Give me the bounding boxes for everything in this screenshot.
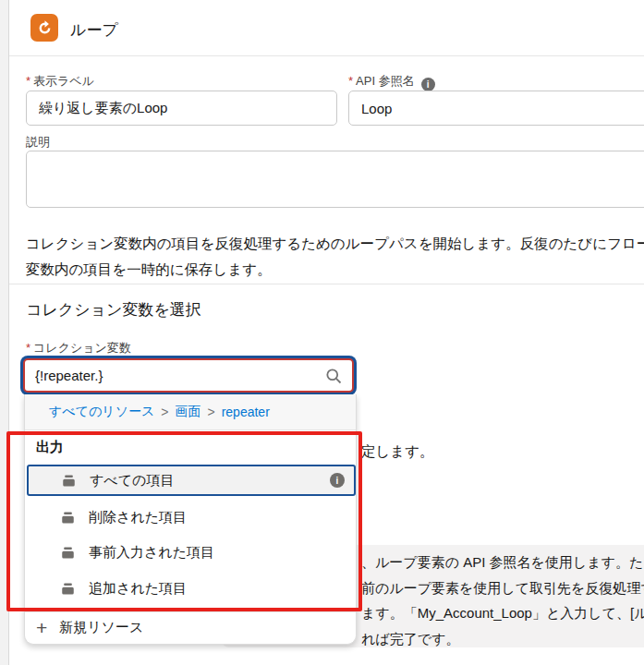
display-label-input[interactable] <box>26 91 337 126</box>
breadcrumb-screen[interactable]: 画面 <box>175 404 200 420</box>
collection-variable-input[interactable] <box>25 368 324 383</box>
section-divider <box>9 284 644 284</box>
description-label: 説明 <box>26 134 50 151</box>
display-label-label: *表示ラベル <box>26 73 94 90</box>
info-icon[interactable]: i <box>330 473 345 488</box>
option-removed-items[interactable]: 削除された項目 <box>25 500 356 535</box>
api-name-input[interactable] <box>348 91 644 126</box>
option-prefilled-items[interactable]: 事前入力された項目 <box>25 535 356 570</box>
required-asterisk: * <box>348 74 353 88</box>
option-added-items[interactable]: 追加された項目 <box>25 571 356 606</box>
description-textarea[interactable] <box>26 151 644 208</box>
resource-picker-dropdown: すべてのリソース > 画面 > repeater 出力 すべての項目 i 削除さ… <box>24 394 357 645</box>
intro-text-line2: 変数内の項目を一時的に保存します。 <box>26 260 272 280</box>
required-asterisk: * <box>26 341 30 355</box>
collection-icon <box>62 474 76 488</box>
header-divider <box>9 55 644 56</box>
help-text-line: れば完了です。 <box>361 631 459 648</box>
breadcrumb-separator: > <box>161 405 168 419</box>
breadcrumb: すべてのリソース > 画面 > repeater <box>25 394 356 430</box>
plus-icon: + <box>36 618 47 637</box>
section-title: コレクション変数を選択 <box>26 299 201 320</box>
help-text-line: 前のループ要素を使用して取引先を反復処理する <box>361 580 644 598</box>
new-resource-label: 新規リソース <box>59 619 143 636</box>
collection-icon <box>61 546 75 560</box>
info-icon[interactable]: i <box>421 78 435 91</box>
collection-variable-combobox[interactable] <box>23 358 354 393</box>
hidden-text-fragment: 定します。 <box>361 442 434 462</box>
help-text-line: ます。「My_Account_Loop」と入力して、[ルー <box>361 605 644 623</box>
option-label: 追加された項目 <box>89 580 187 598</box>
output-group-label: 出力 <box>36 439 64 456</box>
new-resource-button[interactable]: + 新規リソース <box>25 612 356 643</box>
loop-arrow-glyph <box>36 19 54 37</box>
search-icon[interactable] <box>324 367 343 385</box>
intro-text-line1: コレクション変数内の項目を反復処理するためのループパスを開始します。反復のたびに… <box>26 235 644 254</box>
canvas-edge-strip <box>0 0 9 665</box>
option-label: すべての項目 <box>90 472 174 490</box>
collection-icon <box>61 511 75 525</box>
loop-properties-panel: ループ *表示ラベル *API 参照名i 説明 コレクション変数内の項目を反復処… <box>0 0 644 665</box>
collection-icon <box>61 582 75 596</box>
option-label: 事前入力された項目 <box>89 544 214 562</box>
option-all-items[interactable]: すべての項目 i <box>27 465 356 496</box>
loop-element-icon <box>30 14 58 42</box>
option-label: 削除された項目 <box>89 509 187 526</box>
breadcrumb-separator: > <box>207 405 214 419</box>
help-text-line: 、ループ要素の API 参照名を使用します。たとえ <box>361 554 644 572</box>
collection-variable-label: *コレクション変数 <box>26 340 131 357</box>
breadcrumb-repeater[interactable]: repeater <box>222 405 270 419</box>
page-title: ループ <box>70 19 118 41</box>
api-name-label: *API 参照名i <box>348 73 435 91</box>
breadcrumb-all-resources[interactable]: すべてのリソース <box>49 404 154 420</box>
required-asterisk: * <box>26 74 30 88</box>
